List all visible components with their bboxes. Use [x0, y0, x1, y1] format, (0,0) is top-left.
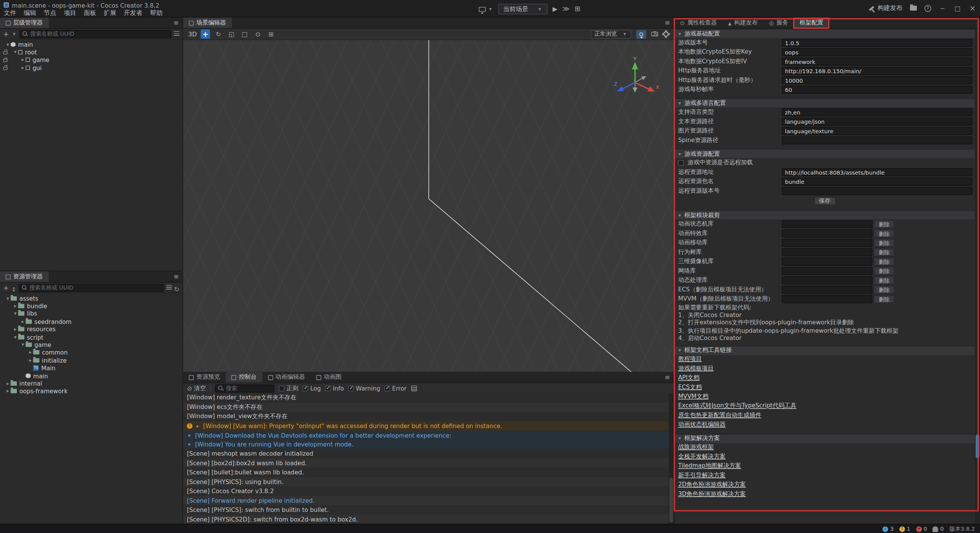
close-button[interactable] [969, 4, 977, 13]
scene-select-dropdown[interactable]: 当前场景 [498, 4, 547, 15]
pivot-toggle-icon[interactable] [253, 29, 262, 39]
module-input[interactable] [782, 258, 872, 265]
section-solutions[interactable]: 框架解决方案 [675, 434, 975, 443]
chevron-down-icon[interactable] [11, 31, 17, 37]
scrollbar-thumb[interactable] [976, 435, 980, 458]
axis-gizmo[interactable]: Y X Z [610, 56, 660, 106]
link-tiledmap-solution[interactable]: Tiledmap地图解决方案 [675, 462, 975, 471]
asset-node-script[interactable]: script [0, 333, 183, 341]
help-icon[interactable] [924, 5, 931, 11]
tab-animation-graph[interactable]: 动画图 [310, 372, 347, 383]
scale-tool-icon[interactable] [227, 29, 236, 39]
caret-icon[interactable] [5, 388, 11, 394]
delete-module-button[interactable]: 删除 [874, 258, 894, 265]
clear-console-button[interactable]: 清空 [187, 384, 206, 392]
hierarchy-search-input[interactable] [30, 31, 168, 37]
lock-icon[interactable] [3, 51, 7, 54]
lock-icon[interactable] [3, 59, 7, 62]
assets-search-input[interactable] [29, 284, 160, 291]
remote-bundle-input[interactable] [782, 178, 972, 185]
spine-res-path-input[interactable] [782, 136, 972, 144]
delete-module-button[interactable]: 删除 [874, 230, 894, 237]
http-server-input[interactable] [782, 67, 972, 75]
tab-asset-preview[interactable]: 资源预览 [183, 372, 225, 383]
add-asset-button[interactable] [3, 284, 9, 291]
log-row[interactable]: [Scene] [PHYSICS2D]: switch from box2d-w… [183, 514, 669, 523]
crypto-key-input[interactable] [782, 48, 972, 56]
asset-node-internal[interactable]: internal [0, 380, 183, 387]
delete-module-button[interactable]: 删除 [874, 249, 894, 256]
asset-node-oops-framework[interactable]: oops-framework [0, 387, 183, 395]
delete-module-button[interactable]: 删除 [874, 220, 894, 228]
delete-module-button[interactable]: 删除 [874, 276, 894, 284]
asset-node-bundle[interactable]: bundle [0, 302, 183, 310]
filter-log-toggle[interactable]: Log [303, 385, 321, 392]
expand-caret-icon[interactable] [187, 441, 193, 447]
link-2d-rpg-solution[interactable]: 2D角色扮演游戏解决方案 [675, 481, 975, 490]
status-info-count[interactable]: 3 [883, 526, 894, 532]
link-3d-rpg-solution[interactable]: 3D角色扮演游戏解决方案 [675, 490, 975, 499]
section-doc-links[interactable]: 框架文档工具链接 [675, 346, 975, 355]
caret-icon[interactable] [20, 57, 26, 63]
crypto-iv-input[interactable] [782, 58, 972, 65]
tab-console[interactable]: 控制台 [225, 372, 262, 383]
log-row-info[interactable]: [Scene] Forward render pipeline initiali… [183, 495, 669, 505]
scene-light-toggle[interactable] [636, 30, 646, 39]
menu-edit[interactable]: 编辑 [24, 9, 36, 18]
delete-module-button[interactable]: 删除 [874, 295, 894, 303]
log-row[interactable]: [Scene] Cocos Creator v3.8.2 [183, 486, 669, 495]
error-checkbox[interactable] [385, 386, 390, 391]
delete-module-button[interactable]: 删除 [874, 267, 894, 275]
move-tool-icon[interactable] [201, 29, 210, 39]
section-language-config[interactable]: 游戏多语言配置 [675, 98, 975, 107]
regex-toggle[interactable]: 正则 [279, 384, 299, 392]
link-mvvm-docs[interactable]: MVVM文档 [675, 392, 975, 402]
module-input[interactable] [782, 220, 872, 228]
log-row[interactable]: [Scene] meshopt wasm decoder initialized [183, 449, 669, 458]
menu-developer[interactable]: 开发者 [124, 9, 142, 18]
view-mode-dropdown[interactable]: 正常浏览 [591, 30, 631, 39]
status-warning-count[interactable]: 1 [899, 526, 910, 532]
tab-assets[interactable]: 资源管理器 [0, 271, 49, 282]
log-row[interactable]: [Window] ecs文件夹不存在 [183, 402, 669, 412]
lock-icon[interactable] [3, 67, 7, 70]
scene-viewport[interactable]: Y X Z [183, 40, 674, 372]
tab-build-publish[interactable]: 构建发布 [722, 18, 763, 28]
rect-tool-icon[interactable] [240, 29, 249, 39]
console-scrollbar[interactable] [669, 393, 674, 524]
fps-input[interactable] [782, 86, 972, 93]
caret-icon[interactable] [13, 327, 18, 332]
coordinate-space-icon[interactable] [266, 29, 276, 39]
delete-module-button[interactable]: 删除 [874, 286, 894, 294]
caret-icon[interactable] [5, 42, 11, 47]
refresh-icon[interactable] [174, 282, 180, 294]
info-checkbox[interactable] [325, 386, 331, 391]
menu-project[interactable]: 项目 [64, 9, 77, 18]
expand-caret-icon[interactable] [187, 432, 193, 438]
log-row-info[interactable]: [Window] Download the Vue Devtools exten… [183, 430, 669, 440]
tab-hierarchy[interactable]: 层级管理器 [0, 18, 49, 28]
asset-node-common[interactable]: common [0, 349, 183, 356]
link-strategy-game-framework[interactable]: 战旗游戏框架 [675, 443, 975, 452]
module-input[interactable] [782, 286, 872, 294]
log-row[interactable]: [Scene] [PHYSICS]: switch from builtin t… [183, 505, 669, 514]
panel-menu-icon[interactable] [661, 20, 674, 26]
module-input[interactable] [782, 295, 872, 303]
regex-checkbox[interactable] [279, 386, 285, 391]
menu-extension[interactable]: 扩展 [104, 9, 116, 18]
caret-icon[interactable] [5, 381, 11, 386]
preview-grid-button[interactable] [575, 5, 580, 13]
asset-node-main-ts[interactable]: Main [0, 364, 183, 372]
caret-icon[interactable] [13, 311, 18, 317]
preview-device-button[interactable] [479, 6, 493, 12]
game-version-input[interactable] [782, 39, 972, 47]
step-button[interactable] [562, 5, 570, 13]
http-timeout-input[interactable] [782, 77, 972, 84]
console-search-input[interactable] [226, 385, 271, 391]
caret-icon[interactable] [13, 49, 18, 55]
filter-error-toggle[interactable]: Error [385, 385, 407, 392]
link-fullstack-solution[interactable]: 全栈开发解决方案 [675, 453, 975, 462]
asset-node-assets[interactable]: assets [0, 294, 183, 302]
log-row[interactable]: [Scene] [bullet]:bullet wasm lib loaded. [183, 468, 669, 477]
play-button[interactable] [552, 6, 557, 13]
